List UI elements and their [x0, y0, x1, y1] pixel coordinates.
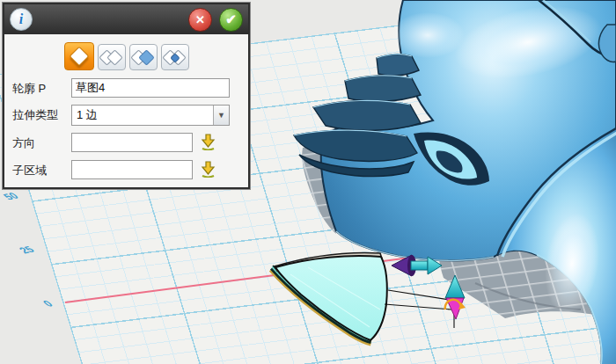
extrude-type-dropdown[interactable]: 1 边 ▼	[71, 105, 230, 126]
subregion-pick-icon[interactable]	[201, 161, 216, 178]
direction-label: 方向	[12, 135, 35, 151]
subregion-label: 子区域	[12, 163, 47, 178]
direction-pick-icon[interactable]	[201, 134, 216, 150]
info-icon[interactable]: i	[10, 8, 33, 31]
boolean-toolbar	[64, 42, 189, 70]
boolean-add-button[interactable]	[98, 44, 126, 70]
dialog-titlebar[interactable]: i ✕ ✔	[4, 4, 248, 34]
boolean-intersect-button[interactable]	[161, 44, 189, 70]
extrude-type-label: 拉伸类型	[12, 107, 58, 123]
handle-leader-lines	[385, 290, 451, 309]
extrude-dialog: i ✕ ✔	[3, 3, 250, 189]
base-diamond-icon	[70, 47, 90, 67]
extrude-preview-solid[interactable]	[273, 253, 387, 341]
cancel-button[interactable]: ✕	[188, 8, 212, 32]
direction-input[interactable]	[71, 133, 193, 152]
boolean-base-button[interactable]	[64, 42, 94, 70]
boolean-subtract-button[interactable]	[129, 44, 158, 70]
chevron-down-icon[interactable]: ▼	[213, 106, 229, 125]
subregion-input[interactable]	[71, 160, 193, 179]
confirm-button[interactable]: ✔	[219, 8, 243, 32]
profile-label: 轮廓 P	[12, 81, 46, 97]
profile-input[interactable]	[71, 78, 230, 98]
cad-viewport[interactable]: 50 25 0 i ✕ ✔	[0, 0, 616, 364]
